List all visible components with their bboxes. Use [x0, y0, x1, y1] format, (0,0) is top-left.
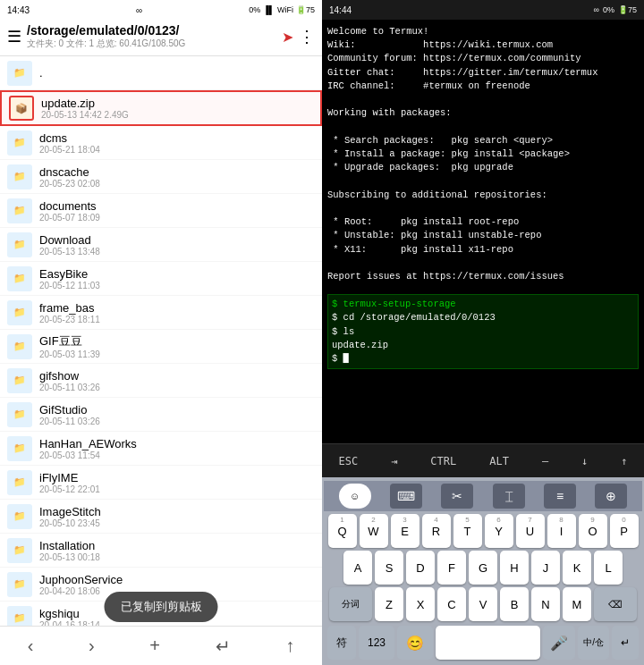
zip-file-info: update.zip 20-05-13 14:42 2.49G [41, 97, 313, 120]
dash-key[interactable]: — [535, 451, 555, 471]
key-R[interactable]: 4R [422, 514, 451, 548]
terminal-line [327, 174, 639, 188]
terminal-output[interactable]: Welcome to Termux! Wiki: https://wiki.te… [322, 20, 644, 443]
key-P[interactable]: 0P [610, 514, 639, 548]
key-J[interactable]: J [531, 551, 560, 585]
list-item[interactable]: 📁 Download 20-05-13 13:48 [0, 228, 322, 262]
key-U[interactable]: 7U [516, 514, 545, 548]
terminal-line [327, 121, 639, 134]
space-key[interactable] [436, 626, 540, 660]
key-E[interactable]: 3E [391, 514, 419, 548]
key-F[interactable]: F [437, 551, 466, 585]
key-I[interactable]: 8I [547, 514, 576, 548]
emoji-key[interactable]: ☺ [339, 484, 371, 509]
keyboard-icon-row: ☺ ⌨ ✂ ⌶ ≡ ⊕ [324, 481, 642, 511]
bottom-navigation: ‹ › + ↵ ↑ [0, 626, 322, 665]
file-info: gifshow 20-05-11 03:26 [39, 369, 315, 392]
more-options-icon[interactable]: ⋮ [299, 27, 315, 46]
zip-icon: 📦 [9, 96, 34, 121]
alt-key[interactable]: ALT [482, 451, 516, 471]
key-G[interactable]: G [469, 551, 497, 585]
enter-button[interactable]: ↵ [208, 628, 238, 664]
fenCI-key[interactable]: 分词 [329, 587, 372, 621]
cut-key[interactable]: ✂ [441, 484, 473, 509]
file-info: Installation 20-05-13 00:18 [39, 539, 315, 562]
key-T[interactable]: 5T [453, 514, 482, 548]
key-S[interactable]: S [375, 551, 403, 585]
keyboard-enter-key[interactable]: ↵ [612, 626, 639, 660]
zip-file-name: update.zip [41, 97, 313, 110]
tab-key[interactable]: ⇥ [384, 451, 404, 471]
ime-switch-key[interactable]: 中/仓 [578, 626, 609, 660]
list-item[interactable]: 📁 ImageStitch 20-05-10 23:45 [0, 500, 322, 534]
folder-icon: 📁 [7, 164, 32, 189]
terminal-line: Wiki: https://wiki.termux.com [327, 38, 639, 52]
terminal-command: update.zip [332, 339, 634, 352]
storage-info: 文件夹: 0 文件: 1 总览: 60.41G/108.50G [27, 38, 276, 50]
list-item[interactable]: 📁 Installation 20-05-13 00:18 [0, 534, 322, 568]
key-D[interactable]: D [406, 551, 435, 585]
key-N[interactable]: N [531, 587, 560, 621]
number-key[interactable]: 123 [359, 626, 394, 660]
key-O[interactable]: 9O [579, 514, 607, 548]
terminal-command-block: $ termux-setup-storage $ cd /storage/emu… [327, 294, 639, 369]
terminal-line: * Unstable: pkg install unstable-repo [327, 229, 639, 242]
list-item[interactable]: 📁 . [0, 56, 322, 90]
key-V[interactable]: V [469, 587, 497, 621]
folder-icon: 📁 [7, 300, 32, 325]
cursor-key[interactable]: ⌶ [493, 484, 525, 509]
file-info: GifStudio 20-05-11 03:26 [39, 403, 315, 426]
keyboard-switch-key[interactable]: ⌨ [390, 484, 422, 509]
key-L[interactable]: L [594, 551, 623, 585]
list-item[interactable]: 📁 frame_bas 20-05-23 18:11 [0, 296, 322, 330]
key-W[interactable]: 2W [360, 514, 388, 548]
highlighted-zip-item[interactable]: 📦 update.zip 20-05-13 14:42 2.49G [0, 90, 322, 126]
list-item[interactable]: 📁 EasyBike 20-05-12 11:03 [0, 262, 322, 296]
key-Y[interactable]: 6Y [485, 514, 513, 548]
right-status-bar: 14:44 ∞ 0% 🔋75 [322, 0, 644, 20]
zxcv-row: 分词 Z X C V B N M ⌫ [324, 587, 642, 621]
folder-icon: 📁 [7, 504, 32, 529]
emoji-bottom-key[interactable]: 😊 [397, 626, 433, 660]
list-item[interactable]: 📁 GifStudio 20-05-11 03:26 [0, 398, 322, 432]
list-item[interactable]: 📁 dnscache 20-05-23 02:08 [0, 160, 322, 194]
terminal-line [327, 93, 639, 106]
backspace-key[interactable]: ⌫ [594, 587, 637, 621]
list-item[interactable]: 📁 HanHan_AEWorks 20-05-03 11:54 [0, 432, 322, 466]
symbol-key[interactable]: 符 [327, 626, 356, 660]
key-Z[interactable]: Z [375, 587, 403, 621]
key-A[interactable]: A [343, 551, 372, 585]
back-button[interactable]: ‹ [21, 628, 41, 663]
key-C[interactable]: C [437, 587, 466, 621]
list-item[interactable]: 📁 dcms 20-05-21 18:04 [0, 126, 322, 160]
key-B[interactable]: B [500, 587, 529, 621]
key-X[interactable]: X [406, 587, 435, 621]
list-item[interactable]: 📁 documents 20-05-07 18:09 [0, 194, 322, 228]
mic-key[interactable]: 🎤 [543, 626, 575, 660]
up-arrow-key[interactable]: ↑ [614, 451, 634, 471]
key-K[interactable]: K [563, 551, 591, 585]
key-H[interactable]: H [500, 551, 529, 585]
bottom-keyboard-row: 符 123 😊 🎤 中/仓 ↵ [324, 624, 642, 663]
forward-button[interactable]: › [81, 628, 102, 663]
terminal-line: * Root: pkg install root-repo [327, 215, 639, 229]
add-button[interactable]: + [142, 628, 167, 663]
file-info: iFlyIME 20-05-12 22:01 [39, 471, 315, 494]
up-button[interactable]: ↑ [278, 628, 301, 663]
down-arrow-key[interactable]: ↓ [574, 451, 595, 471]
terminal-command: $ ls [332, 325, 634, 339]
list-item[interactable]: 📁 iFlyIME 20-05-12 22:01 [0, 466, 322, 500]
enter-key-icon[interactable]: ⊕ [595, 484, 627, 509]
list-item[interactable]: 📁 GIF豆豆 20-05-03 11:39 [0, 330, 322, 364]
key-Q[interactable]: 1Q [328, 514, 357, 548]
folder-icon: 📁 [7, 436, 32, 461]
termux-toolbar: ESC ⇥ CTRL ALT — ↓ ↑ [322, 443, 644, 477]
key-M[interactable]: M [563, 587, 591, 621]
menu-key[interactable]: ≡ [544, 484, 576, 509]
list-item[interactable]: 📁 gifshow 20-05-11 03:26 [0, 364, 322, 398]
esc-key[interactable]: ESC [331, 451, 365, 471]
terminal-line [327, 257, 639, 270]
hamburger-icon[interactable]: ☰ [7, 27, 21, 46]
ctrl-key[interactable]: CTRL [423, 451, 463, 471]
file-info: Download 20-05-13 13:48 [39, 233, 315, 257]
